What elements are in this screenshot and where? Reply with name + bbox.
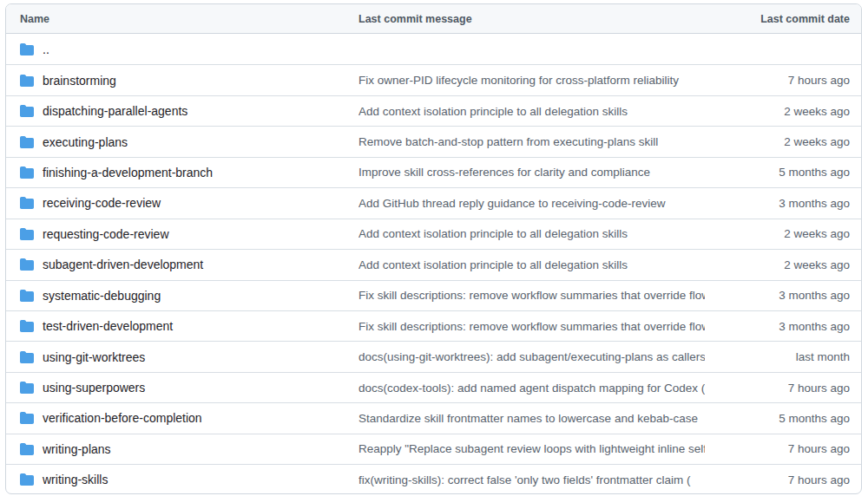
table-row: executing-plans Remove batch-and-stop pa…	[6, 126, 861, 156]
column-header-last-commit-date: Last commit date	[705, 13, 861, 25]
commit-message-link[interactable]: docs(using-git-worktrees): add subagent/…	[358, 350, 705, 363]
table-row: brainstorming Fix owner-PID lifecycle mo…	[6, 64, 861, 95]
commit-message-link[interactable]: Improve skill cross-references for clari…	[358, 166, 705, 179]
folder-name: executing-plans	[43, 135, 128, 149]
file-table-body: .. brainstorming Fix owner-PID lifecycle…	[6, 34, 861, 494]
folder-icon	[20, 411, 34, 425]
folder-link[interactable]: finishing-a-development-branch	[6, 166, 358, 179]
folder-link[interactable]: requesting-code-review	[6, 227, 358, 241]
folder-link[interactable]: subagent-driven-development	[6, 258, 358, 271]
folder-name: using-git-worktrees	[43, 350, 145, 364]
column-header-last-commit-message: Last commit message	[358, 13, 705, 25]
commit-message-text: docs(codex-tools): add named agent dispa…	[358, 382, 705, 395]
folder-name: writing-plans	[43, 442, 111, 456]
table-row: writing-skills fix(writing-skills): corr…	[6, 464, 861, 494]
folder-link[interactable]: brainstorming	[6, 74, 358, 88]
commit-date: 7 hours ago	[705, 74, 861, 87]
commit-date: 2 weeks ago	[705, 135, 861, 148]
folder-icon	[20, 74, 34, 88]
folder-icon	[20, 473, 34, 486]
folder-name: brainstorming	[43, 74, 116, 88]
commit-message-text: Reapply "Replace subagent review loops w…	[358, 442, 705, 455]
table-row: test-driven-development Fix skill descri…	[6, 310, 861, 341]
commit-date: 2 weeks ago	[705, 227, 861, 240]
folder-icon	[20, 442, 34, 456]
folder-name: requesting-code-review	[43, 227, 169, 241]
commit-message-text: Add context isolation principle to all d…	[358, 105, 628, 118]
table-row: writing-plans Reapply "Replace subagent …	[6, 434, 861, 464]
folder-name: ..	[43, 42, 49, 56]
commit-message-link[interactable]: Fix skill descriptions: remove workflow …	[358, 320, 705, 333]
folder-link[interactable]: ..	[6, 42, 358, 56]
commit-message-text: docs(using-git-worktrees): add subagent/…	[358, 350, 705, 363]
commit-message-text: Fix skill descriptions: remove workflow …	[358, 320, 705, 333]
folder-name: writing-skills	[43, 473, 108, 486]
commit-message-link[interactable]: Fix owner-PID lifecycle monitoring for c…	[358, 74, 705, 87]
commit-date: 2 weeks ago	[705, 258, 861, 271]
table-row: receiving-code-review Add GitHub thread …	[6, 187, 861, 218]
folder-link[interactable]: systematic-debugging	[6, 289, 358, 303]
folder-icon	[20, 166, 34, 179]
table-row: using-superpowers docs(codex-tools): add…	[6, 372, 861, 402]
commit-message-text: fix(writing-skills): correct false 'only…	[358, 473, 691, 486]
folder-icon	[20, 227, 34, 241]
commit-message-text: Add context isolation principle to all d…	[358, 227, 628, 240]
folder-link[interactable]: receiving-code-review	[6, 196, 358, 210]
table-row: subagent-driven-development Add context …	[6, 249, 861, 279]
commit-message-text: Fix skill descriptions: remove workflow …	[358, 289, 705, 302]
commit-message-text: Standardize skill frontmatter names to l…	[358, 412, 698, 425]
commit-message-link[interactable]: fix(writing-skills): correct false 'only…	[358, 473, 705, 486]
folder-name: using-superpowers	[43, 381, 145, 395]
folder-icon	[20, 104, 34, 118]
commit-date: 7 hours ago	[705, 382, 861, 395]
commit-message-text: Add GitHub thread reply guidance to rece…	[358, 197, 665, 210]
folder-name: systematic-debugging	[43, 289, 161, 303]
file-browser-table: Name Last commit message Last commit dat…	[5, 3, 862, 494]
folder-icon	[20, 381, 34, 395]
folder-link[interactable]: using-superpowers	[6, 381, 358, 395]
commit-date: 7 hours ago	[705, 473, 861, 486]
folder-link[interactable]: writing-skills	[6, 473, 358, 486]
table-row: systematic-debugging Fix skill descripti…	[6, 280, 861, 310]
table-row: using-git-worktrees docs(using-git-workt…	[6, 341, 861, 371]
folder-link[interactable]: dispatching-parallel-agents	[6, 104, 358, 118]
folder-link[interactable]: executing-plans	[6, 135, 358, 149]
folder-link[interactable]: verification-before-completion	[6, 411, 358, 425]
commit-date: 7 hours ago	[705, 442, 861, 455]
commit-message-text: Improve skill cross-references for clari…	[358, 166, 650, 179]
commit-message-link[interactable]: Add context isolation principle to all d…	[358, 258, 705, 271]
commit-date: last month	[705, 350, 861, 363]
folder-icon	[20, 289, 34, 303]
table-header-row: Name Last commit message Last commit dat…	[6, 4, 861, 34]
folder-name: subagent-driven-development	[43, 258, 203, 271]
folder-link[interactable]: test-driven-development	[6, 319, 358, 333]
commit-message-link[interactable]: Add GitHub thread reply guidance to rece…	[358, 197, 705, 210]
commit-message-link[interactable]: Standardize skill frontmatter names to l…	[358, 412, 705, 425]
folder-name: finishing-a-development-branch	[43, 166, 213, 179]
commit-date: 3 months ago	[705, 197, 861, 210]
commit-message-link[interactable]: Reapply "Replace subagent review loops w…	[358, 442, 705, 455]
folder-icon	[20, 319, 34, 333]
commit-message-text: Fix owner-PID lifecycle monitoring for c…	[358, 74, 679, 87]
commit-message-link[interactable]: Remove batch-and-stop pattern from execu…	[358, 135, 705, 148]
commit-message-link[interactable]: Add context isolation principle to all d…	[358, 227, 705, 240]
folder-name: verification-before-completion	[43, 411, 202, 425]
commit-date: 3 months ago	[705, 320, 861, 333]
table-row: dispatching-parallel-agents Add context …	[6, 95, 861, 126]
commit-date: 5 months ago	[705, 166, 861, 179]
commit-message-link[interactable]: Fix skill descriptions: remove workflow …	[358, 289, 705, 302]
commit-message-link[interactable]: docs(codex-tools): add named agent dispa…	[358, 382, 705, 395]
table-row: finishing-a-development-branch Improve s…	[6, 157, 861, 187]
commit-date: 2 weeks ago	[705, 105, 861, 118]
folder-link[interactable]: writing-plans	[6, 442, 358, 456]
folder-link[interactable]: using-git-worktrees	[6, 350, 358, 364]
commit-date: 5 months ago	[705, 412, 861, 425]
table-row: ..	[6, 34, 861, 64]
commit-date: 3 months ago	[705, 289, 861, 302]
folder-name: test-driven-development	[43, 319, 173, 333]
commit-message-text: Remove batch-and-stop pattern from execu…	[358, 135, 658, 148]
folder-name: receiving-code-review	[43, 196, 161, 210]
folder-icon	[20, 42, 34, 56]
commit-message-link[interactable]: Add context isolation principle to all d…	[358, 105, 705, 118]
commit-message-text: Add context isolation principle to all d…	[358, 258, 628, 271]
